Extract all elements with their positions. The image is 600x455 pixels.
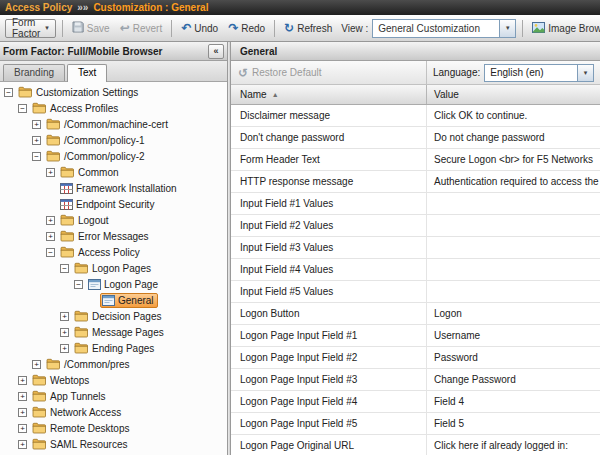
tree-item-ending-pages[interactable]: +Ending Pages xyxy=(0,340,227,356)
tree-node[interactable]: /Common/policy-2 xyxy=(44,149,149,164)
expand-node-icon[interactable]: + xyxy=(18,408,27,417)
view-select-button[interactable]: ▾ xyxy=(499,20,515,37)
expand-node-icon[interactable]: + xyxy=(18,440,27,449)
expand-node-icon[interactable]: + xyxy=(46,232,55,241)
collapse-node-icon[interactable]: − xyxy=(18,104,27,113)
table-row[interactable]: Disclaimer messageClick OK to continue. xyxy=(231,105,600,127)
table-row[interactable]: Logon Page Original URLClick here if alr… xyxy=(231,435,600,455)
expand-node-icon[interactable]: + xyxy=(60,328,69,337)
collapse-sidebar-button[interactable]: « xyxy=(208,44,224,59)
table-row[interactable]: Input Field #3 Values xyxy=(231,237,600,259)
tree-node[interactable]: Customization Settings xyxy=(16,85,142,100)
tree-item-common-pres[interactable]: +/Common/pres xyxy=(0,356,227,372)
tree-node[interactable]: Logon Page xyxy=(86,277,162,292)
tree-node[interactable]: Common xyxy=(58,165,123,180)
table-row[interactable]: Logon ButtonLogon xyxy=(231,303,600,325)
tree-node[interactable]: /Common/policy-1 xyxy=(44,133,149,148)
tree-node[interactable]: App Tunnels xyxy=(30,389,110,404)
value-column-header[interactable]: Value xyxy=(427,89,600,100)
tree-node[interactable]: Error Messages xyxy=(58,229,153,244)
table-row[interactable]: Logon Page Input Field #1Username xyxy=(231,325,600,347)
collapse-node-icon[interactable]: − xyxy=(32,152,41,161)
tree-item-general[interactable]: General xyxy=(0,292,227,308)
table-row[interactable]: Logon Page Input Field #3Change Password xyxy=(231,369,600,391)
tree-node[interactable]: General xyxy=(100,293,158,308)
tree-node[interactable]: /Common/pres xyxy=(44,357,134,372)
language-select-button[interactable]: ▾ xyxy=(577,65,593,81)
setting-value-cell[interactable]: Field 4 xyxy=(427,391,600,412)
setting-value-cell[interactable] xyxy=(427,215,600,236)
tree-item-framework-installation[interactable]: Framework Installation xyxy=(0,180,227,196)
tree-node[interactable]: Framework Installation xyxy=(58,181,181,196)
setting-value-cell[interactable]: Click OK to continue. xyxy=(427,105,600,126)
setting-value-cell[interactable]: Username xyxy=(427,325,600,346)
tree-node[interactable]: Remote Desktops xyxy=(30,421,133,436)
setting-value-cell[interactable] xyxy=(427,193,600,214)
table-row[interactable]: Input Field #2 Values xyxy=(231,215,600,237)
expand-node-icon[interactable]: + xyxy=(32,360,41,369)
tree-node[interactable]: Endpoint Security xyxy=(58,197,158,212)
tree-item-message-pages[interactable]: +Message Pages xyxy=(0,324,227,340)
refresh-button[interactable]: ↻ Refresh xyxy=(281,22,335,35)
tree-node[interactable]: Network Access xyxy=(30,405,125,420)
tree-item-common-policy-1[interactable]: +/Common/policy-1 xyxy=(0,132,227,148)
setting-value-cell[interactable]: Logon xyxy=(427,303,600,324)
tree-node[interactable]: Access Profiles xyxy=(30,101,122,116)
save-button[interactable]: Save xyxy=(69,20,113,36)
table-row[interactable]: Don't change passwordDo not change passw… xyxy=(231,127,600,149)
tree-node[interactable]: SAML Resources xyxy=(30,437,131,452)
tree-item-app-tunnels[interactable]: +App Tunnels xyxy=(0,388,227,404)
view-select[interactable]: General Customization ▾ xyxy=(372,19,516,38)
table-row[interactable]: HTTP response messageAuthentication requ… xyxy=(231,171,600,193)
expand-node-icon[interactable]: + xyxy=(60,344,69,353)
expand-node-icon[interactable]: + xyxy=(46,168,55,177)
collapse-node-icon[interactable]: − xyxy=(60,264,69,273)
tree-item-network-access[interactable]: +Network Access xyxy=(0,404,227,420)
setting-value-cell[interactable] xyxy=(427,237,600,258)
table-row[interactable]: Input Field #4 Values xyxy=(231,259,600,281)
tree-node[interactable]: Logon Pages xyxy=(72,261,155,276)
name-column-header[interactable]: Name ▲ xyxy=(231,85,427,104)
expand-node-icon[interactable]: + xyxy=(32,136,41,145)
setting-value-cell[interactable]: Field 5 xyxy=(427,413,600,434)
table-row[interactable]: Form Header TextSecure Logon <br> for F5… xyxy=(231,149,600,171)
setting-value-cell[interactable] xyxy=(427,259,600,280)
collapse-node-icon[interactable]: − xyxy=(4,88,13,97)
expand-node-icon[interactable]: + xyxy=(60,312,69,321)
tree-node[interactable]: Decision Pages xyxy=(72,309,165,324)
table-row[interactable]: Input Field #1 Values xyxy=(231,193,600,215)
redo-button[interactable]: ↷ Redo xyxy=(225,22,268,35)
collapse-node-icon[interactable]: − xyxy=(74,280,83,289)
setting-value-cell[interactable]: Authentication required to access the re xyxy=(427,171,600,192)
expand-node-icon[interactable]: + xyxy=(18,392,27,401)
image-browser-button[interactable]: Image Browser xyxy=(529,21,600,36)
tree-item-logon-pages[interactable]: −Logon Pages xyxy=(0,260,227,276)
restore-default-button[interactable]: ↺ Restore Default xyxy=(231,61,427,84)
undo-button[interactable]: ↶ Undo xyxy=(178,22,221,35)
tree-item-saml-resources[interactable]: +SAML Resources xyxy=(0,436,227,452)
table-row[interactable]: Logon Page Input Field #5Field 5 xyxy=(231,413,600,435)
tree-item-common-policy-2[interactable]: −/Common/policy-2 xyxy=(0,148,227,164)
tree-item-customization-settings[interactable]: −Customization Settings xyxy=(0,84,227,100)
tree-item-endpoint-security[interactable]: Endpoint Security xyxy=(0,196,227,212)
collapse-node-icon[interactable]: − xyxy=(46,248,55,257)
language-select[interactable]: English (en) ▾ xyxy=(484,64,594,82)
setting-value-cell[interactable]: Click here if already logged in: xyxy=(427,435,600,455)
tree-item-logon-page[interactable]: −Logon Page xyxy=(0,276,227,292)
expand-node-icon[interactable]: + xyxy=(18,376,27,385)
setting-value-cell[interactable]: Do not change password xyxy=(427,127,600,148)
setting-value-cell[interactable]: Secure Logon <br> for F5 Networks xyxy=(427,149,600,170)
tree-node[interactable]: Message Pages xyxy=(72,325,168,340)
tree-item-decision-pages[interactable]: +Decision Pages xyxy=(0,308,227,324)
tree-item-access-profiles[interactable]: −Access Profiles xyxy=(0,100,227,116)
table-row[interactable]: Logon Page Input Field #2Password xyxy=(231,347,600,369)
table-row[interactable]: Logon Page Input Field #4Field 4 xyxy=(231,391,600,413)
setting-value-cell[interactable] xyxy=(427,281,600,302)
tree-item-logout[interactable]: +Logout xyxy=(0,212,227,228)
tree-item-error-messages[interactable]: +Error Messages xyxy=(0,228,227,244)
table-row[interactable]: Input Field #5 Values xyxy=(231,281,600,303)
tree-item-webtops[interactable]: +Webtops xyxy=(0,372,227,388)
tree-node[interactable]: Logout xyxy=(58,213,113,228)
tree-node[interactable]: Ending Pages xyxy=(72,341,158,356)
expand-node-icon[interactable]: + xyxy=(32,120,41,129)
